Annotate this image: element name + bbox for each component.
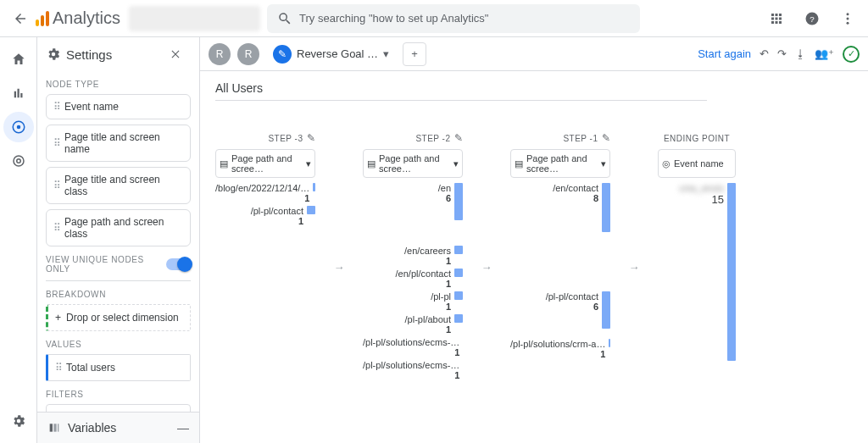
ending-point-col: ENDING POINT ◎Event name cms_envio 15 [658,130,736,380]
path-node[interactable]: /en/contact8 [510,183,610,232]
chevron-down-icon: ▾ [453,158,459,169]
edit-step-icon[interactable]: ✎ [602,132,611,144]
settings-title: Settings [66,47,112,62]
svg-point-3 [847,17,849,19]
arrow-right-icon: → [627,154,641,380]
page-icon: ▤ [220,158,228,169]
search-box[interactable]: Try searching "how to set up Analytics" [267,4,640,33]
apps-button[interactable] [761,3,792,34]
step-dimension[interactable]: ▤Page path and scree…▾ [215,149,315,178]
nav-home[interactable] [3,44,34,75]
reports-icon [11,86,26,101]
more-button[interactable] [832,3,863,34]
unique-nodes-toggle[interactable] [166,258,191,270]
ending-node[interactable]: cms_envio 15 [658,183,736,361]
drag-icon: ⠿ [53,137,59,149]
drag-icon: ⠿ [53,222,59,234]
arrow-right-icon: → [480,154,493,380]
arrow-left-icon [13,11,28,26]
search-placeholder: Try searching "how to set up Analytics" [299,12,488,25]
brand-title: Analytics [53,8,120,28]
svg-point-2 [847,13,849,15]
breakdown-drop[interactable]: +Drop or select dimension [46,304,191,331]
apps-icon [769,11,784,26]
path-node[interactable]: /en/pl/contact1 [363,269,463,289]
tab-chip[interactable]: R [209,43,231,65]
path-node[interactable]: /pl-pl/solutions/ecms-…1 [363,337,463,357]
start-again-link[interactable]: Start again [698,47,751,60]
step-dimension[interactable]: ▤Page path and scree…▾ [510,149,610,178]
unique-nodes-label: VIEW UNIQUE NODES ONLY [46,255,166,274]
drag-icon: ⠿ [53,101,59,113]
path-node[interactable]: /pl-pl1 [363,291,463,312]
node-type-option[interactable]: ⠿Page title and screen class [46,167,191,204]
values-item[interactable]: ⠿Total users [46,354,191,381]
nav-reports[interactable] [3,78,34,108]
current-tab[interactable]: ✎ Reverse Goal … ▾ [266,42,396,67]
path-node[interactable]: /en/careers1 [363,246,463,266]
settings-close[interactable] [160,39,191,69]
nav-admin[interactable] [3,406,34,436]
breakdown-label: BREAKDOWN [46,290,191,299]
event-icon: ◎ [662,158,670,169]
path-node[interactable]: /blog/en/2022/12/14/…1 [215,183,315,203]
svg-text:?: ? [810,14,815,23]
path-node[interactable]: /pl-pl/solutions/crm-a…1 [510,339,610,359]
close-icon [170,48,181,60]
tab-chip[interactable]: R [237,43,259,65]
home-icon [11,52,26,67]
download-icon[interactable]: ⭳ [795,47,806,60]
svg-rect-9 [50,424,53,431]
step-dimension[interactable]: ▤Page path and scree…▾ [363,149,463,178]
redo-icon[interactable]: ↷ [777,47,787,60]
help-button[interactable]: ? [797,3,827,34]
path-node[interactable]: /pl-pl/about1 [363,314,463,335]
node-type-option[interactable]: ⠿Page path and screen class [46,209,191,246]
share-icon[interactable]: 👥⁺ [815,47,834,60]
columns-icon [47,421,61,435]
back-button[interactable] [5,3,36,34]
path-node[interactable]: /pl-pl/contact1 [215,206,315,226]
property-selector[interactable] [129,6,260,31]
path-node[interactable]: /pl-pl/solutions/ecms-…1 [363,360,463,380]
node-type-option[interactable]: ⠿Event name [46,94,191,119]
step-dimension[interactable]: ◎Event name [658,149,736,178]
audience-label[interactable]: All Users [215,81,707,101]
tabs-bar: R R ✎ Reverse Goal … ▾ + Start again ↶ ↷… [200,37,868,71]
edit-icon: ✎ [273,45,292,64]
nav-explore[interactable] [3,112,34,142]
page-icon: ▤ [515,158,523,169]
gear-icon [11,413,26,429]
drag-icon: ⠿ [55,362,61,374]
chevron-down-icon: ▾ [306,158,311,169]
svg-point-4 [847,21,849,24]
explore-icon [11,119,26,135]
minimize-icon[interactable]: — [177,421,189,435]
svg-rect-10 [53,424,56,431]
edit-step-icon[interactable]: ✎ [307,132,316,144]
edit-step-icon[interactable]: ✎ [454,132,464,144]
node-type-option[interactable]: ⠿Page title and screen name [46,125,191,162]
nav-rail [0,37,37,443]
path-node[interactable]: /pl-pl/contact6 [510,291,610,329]
svg-point-7 [14,156,24,166]
svg-rect-11 [58,424,58,431]
gear-icon [46,47,61,62]
step-col-minus1: STEP -1✎ ▤Page path and scree…▾ /en/cont… [510,130,610,380]
arrow-right-icon: → [332,154,346,380]
filters-drop[interactable]: +Drop or select dimension or metric [46,404,191,412]
chevron-down-icon: ▾ [601,158,606,169]
values-label: VALUES [46,340,191,349]
path-node[interactable]: /en6 [363,183,463,220]
node-type-label: NODE TYPE [46,80,191,89]
add-tab-button[interactable]: + [403,42,426,66]
target-icon [11,153,26,169]
svg-point-8 [16,159,20,163]
search-icon [277,11,292,26]
page-icon: ▤ [367,158,376,169]
step-col-minus2: STEP -2✎ ▤Page path and scree…▾ /en6 /en… [363,130,463,380]
nav-advertising[interactable] [3,146,34,176]
undo-icon[interactable]: ↶ [760,47,769,60]
variables-tab[interactable]: Variables — [37,412,199,443]
step-col-minus3: STEP -3✎ ▤Page path and scree…▾ /blog/en… [215,130,315,380]
